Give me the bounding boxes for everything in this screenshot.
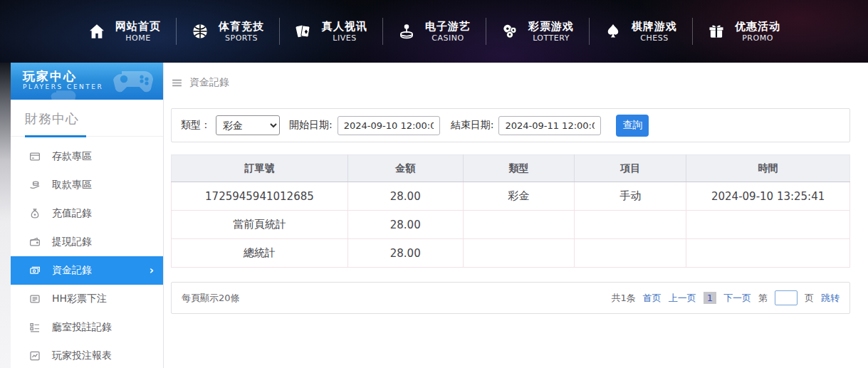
page-title: 資金記錄	[189, 76, 229, 89]
jump-suffix-label: 页	[805, 292, 814, 305]
withdraw-hand-icon	[28, 179, 41, 191]
top-navigation: 网站首页 HOME 体育竞技 SPORTS 真人视讯 LIVES	[0, 0, 868, 63]
funds-record-icon	[28, 264, 41, 277]
sidebar-item-withdrawal-record[interactable]: 提現記錄	[11, 228, 163, 256]
table-header-row: 訂單號 金額 類型 項目 時間	[172, 155, 850, 182]
deposit-card-icon	[28, 150, 41, 163]
pager-controls: 共1条 首页 上一页 1 下一页 第 页 跳转	[611, 290, 840, 305]
end-date-input[interactable]	[498, 116, 601, 135]
header-amount: 金額	[347, 155, 463, 182]
nav-item-sports[interactable]: 体育竞技 SPORTS	[176, 15, 279, 48]
nav-item-casino[interactable]: 电子游艺 CASINO	[382, 15, 486, 48]
cell-amount: 28.00	[347, 182, 463, 211]
cell-amount: 28.00	[347, 211, 463, 239]
nav-item-home[interactable]: 网站首页 HOME	[73, 15, 176, 48]
main-content: 資金記錄 類型： 彩金 開始日期: 結束日期: 查詢 訂單號 金額 類型 項目 …	[171, 63, 850, 368]
gamepad-icon-small	[49, 87, 78, 100]
cell-label: 當前頁統計	[172, 211, 348, 239]
sidebar-item-label: 玩家投注報表	[52, 349, 112, 362]
table-row-page-total: 當前頁統計 28.00	[172, 211, 850, 239]
report-chart-icon	[28, 349, 41, 362]
pagination-bar: 每頁顯示20條 共1条 首页 上一页 1 下一页 第 页 跳转	[171, 282, 850, 314]
menu-icon	[171, 77, 183, 89]
basketball-icon	[191, 22, 209, 41]
gamepad-icon	[110, 65, 156, 100]
nav-label: 优惠活动	[735, 20, 780, 33]
sidebar-item-player-bet-report[interactable]: 玩家投注報表	[11, 342, 163, 368]
nav-label: 真人视讯	[322, 20, 367, 33]
table-row-grand-total: 總統計 28.00	[172, 239, 850, 268]
nav-item-lottery[interactable]: 彩票游戏 LOTTERY	[486, 15, 589, 48]
nav-sublabel: PROMO	[742, 33, 773, 43]
checklist-icon	[28, 321, 41, 334]
lottery-balls-icon	[501, 22, 519, 41]
nav-label: 体育竞技	[219, 20, 264, 33]
nav-label: 电子游艺	[425, 20, 471, 33]
cell-type: 彩金	[463, 182, 575, 211]
sidebar-menu: 存款專區 取款專區 充值記錄 提現記錄 資金記錄 ›	[11, 137, 163, 368]
nav-sublabel: LIVES	[333, 33, 356, 43]
header-order-no: 訂單號	[172, 155, 348, 182]
sidebar-item-recharge-record[interactable]: 充值記錄	[11, 199, 163, 228]
next-page-link[interactable]: 下一页	[723, 292, 751, 305]
sidebar-item-label: 取款專區	[52, 179, 92, 191]
nav-sublabel: HOME	[125, 33, 150, 43]
joystick-icon	[397, 22, 416, 41]
per-page-text: 每頁顯示20條	[182, 292, 240, 305]
filter-bar: 類型： 彩金 開始日期: 結束日期: 查詢	[171, 108, 850, 142]
wallet-icon	[28, 236, 41, 248]
section-title: 財務中心	[25, 111, 79, 126]
nav-sublabel: CHESS	[640, 33, 668, 43]
sidebar: 玩家中心 PLAYERS CENTER 財務中心 存款專區	[11, 63, 164, 368]
nav-item-promo[interactable]: 优惠活动 PROMO	[692, 15, 795, 48]
funds-record-table: 訂單號 金額 類型 項目 時間 1725945941012685 28.00 彩…	[171, 154, 850, 268]
prev-page-link[interactable]: 上一页	[669, 292, 696, 305]
page-left-fade	[0, 63, 11, 368]
header-time: 時間	[686, 155, 850, 182]
total-count-text: 共1条	[611, 292, 635, 305]
end-date-label: 結束日期:	[451, 119, 494, 132]
sidebar-item-hh-lottery-bets[interactable]: HH彩票下注	[11, 285, 163, 313]
sidebar-item-label: 資金記錄	[52, 264, 92, 277]
breadcrumb: 資金記錄	[171, 75, 850, 90]
sidebar-item-label: 提現記錄	[52, 236, 92, 248]
cell-amount: 28.00	[347, 239, 463, 268]
playing-cards-icon	[294, 22, 313, 41]
sidebar-item-room-bet-record[interactable]: 廳室投註記錄	[11, 313, 163, 342]
spade-icon	[604, 22, 622, 41]
cell-label: 總統計	[172, 239, 348, 268]
type-select[interactable]: 彩金	[216, 115, 280, 135]
first-page-link[interactable]: 首页	[643, 292, 662, 305]
sidebar-item-deposit[interactable]: 存款專區	[11, 142, 163, 171]
nav-item-chess[interactable]: 棋牌游戏 CHESS	[589, 15, 692, 48]
search-button[interactable]: 查詢	[616, 115, 649, 137]
sidebar-item-label: 充值記錄	[52, 207, 92, 220]
sidebar-item-funds-record[interactable]: 資金記錄 ›	[11, 256, 163, 285]
section-underline	[25, 135, 86, 137]
start-date-input[interactable]	[338, 116, 440, 135]
sidebar-item-withdraw[interactable]: 取款專區	[11, 171, 163, 199]
sidebar-item-label: 存款專區	[52, 150, 92, 163]
cell-time: 2024-09-10 13:25:41	[686, 182, 850, 211]
jump-button[interactable]: 跳转	[821, 292, 840, 305]
header-type: 類型	[463, 155, 575, 182]
nav-sublabel: LOTTERY	[533, 33, 570, 43]
nav-sublabel: SPORTS	[225, 33, 258, 43]
nav-label: 网站首页	[115, 20, 161, 33]
list-icon	[28, 293, 41, 305]
cell-order-no: 1725945941012685	[172, 182, 348, 211]
nav-item-lives[interactable]: 真人视讯 LIVES	[279, 15, 382, 48]
money-bag-icon	[28, 207, 41, 220]
page-number-input[interactable]	[775, 290, 798, 305]
sidebar-item-label: 廳室投註記錄	[52, 321, 112, 334]
nav-label: 彩票游戏	[528, 20, 574, 33]
finance-center-section-header: 財務中心	[11, 100, 163, 137]
header-item: 項目	[575, 155, 686, 182]
type-label: 類型：	[181, 119, 211, 132]
table-row: 1725945941012685 28.00 彩金 手动 2024-09-10 …	[172, 182, 850, 211]
home-icon	[88, 22, 106, 41]
start-date-label: 開始日期:	[289, 119, 333, 132]
nav-sublabel: CASINO	[432, 33, 464, 43]
jump-prefix-label: 第	[758, 292, 768, 305]
nav-label: 棋牌游戏	[632, 20, 677, 33]
